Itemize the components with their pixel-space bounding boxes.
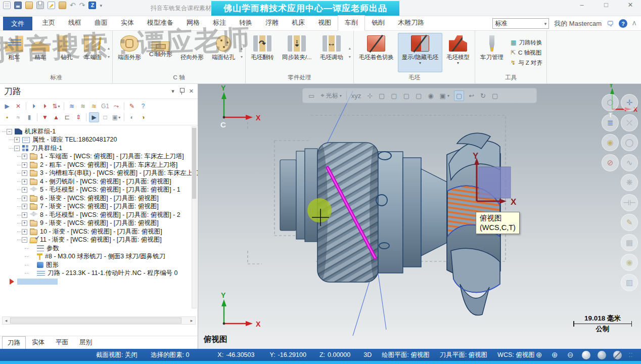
expand-icon[interactable]: + [22,204,27,209]
collapse-icon[interactable]: − [22,237,27,243]
toggle-toolpath-icon[interactable]: ≈ [13,112,23,122]
tab-ribbon-5[interactable]: 模型准备 [141,16,180,30]
mesh-cube-icon[interactable]: ▦ [621,234,638,251]
edit-icon[interactable] [48,2,55,9]
z-coordinate[interactable]: Z:0.00000 [319,351,350,358]
help-icon[interactable]: ? [138,101,148,111]
ribbon-button-毛坯模型[interactable]: 毛坯模型▾ [442,33,474,72]
expand-icon[interactable]: + [22,154,27,159]
tab-ribbon-13[interactable]: 铣削 [365,16,391,30]
clear-selection-icon[interactable]: ↻ [479,91,487,101]
ribbon-button-径向外形[interactable]: 径向外形 [176,33,208,72]
tree-row[interactable]: 图形 [2,261,198,269]
tree-row[interactable]: +1 - 车端面 - [WCS: 俯视图] - [刀具面: 车床左上刀塔] [2,153,198,161]
time-icon[interactable]: ◐ [127,112,137,122]
x-coordinate[interactable]: X:-46.30503 [217,351,254,358]
tree-horizontal-scrollbar[interactable]: ◂ ▸ [2,316,196,325]
insert-arrow-icon[interactable]: ⊏ [62,112,72,122]
expand-icon[interactable]: + [14,137,20,143]
gview-wcs-icon[interactable]: ⊕ [535,351,543,359]
sphere-tool-icon[interactable]: ◉ [602,134,619,151]
tab-ribbon-9[interactable]: 浮雕 [259,16,285,30]
print-icon[interactable] [36,2,44,9]
select-window-icon[interactable]: ▢ [389,91,398,101]
tree-row[interactable]: #8 - M3.00 球形铣刀 - 侧面3 球刀/圆鼻铣刀 [2,253,198,261]
tab-ribbon-4[interactable]: 实体 [114,16,141,30]
brush-icon[interactable]: ✎ [621,214,638,231]
maximize-button[interactable]: □ [600,1,613,9]
notes-icon[interactable] [59,2,66,9]
expand-icon[interactable]: + [22,196,27,201]
section-view-status[interactable]: 截面视图: 关闭 [96,351,138,359]
feed-icon[interactable]: ⤳ [111,101,121,111]
tree-row[interactable]: +8 - 毛坯模型 - [WCS: 俯视图] - [刀具面: 俯视图] - 2 [2,211,198,219]
regen-dirty-icon[interactable]: ⏵ [40,101,50,111]
group-scroll-arrows[interactable]: ▴▾ [347,33,352,72]
shading-on-icon[interactable] [582,351,590,359]
expand-icon[interactable]: + [22,212,27,218]
new-file-icon[interactable] [3,2,11,9]
tab-ribbon-6[interactable]: 网格 [180,16,206,30]
cursor-select-icon[interactable]: ⌖光标▾ [319,90,343,101]
help-icon[interactable]: ? [619,19,627,28]
scroll-right-icon[interactable]: ▸ [188,318,195,323]
ribbon-button-端面外形[interactable]: 端面外形 [114,33,145,72]
flower-icon[interactable]: ❋ [621,174,638,191]
tree-row[interactable]: −刀具群组-1 [2,144,198,153]
gview-cplane-icon[interactable]: ⊕ [551,351,559,359]
blob-icon[interactable]: ◉ [621,254,638,271]
model-canvas[interactable]: Y X Y X C [198,84,641,349]
save-icon[interactable] [14,2,22,9]
tab-ribbon-3[interactable]: 曲面 [88,16,114,30]
shading-off-icon[interactable] [613,351,622,359]
expand-icon[interactable]: + [22,170,27,176]
lock-icon[interactable]: ▪ [2,112,12,122]
ribbon-button-精车[interactable]: 精车 [27,33,54,72]
spline-icon[interactable]: ∿ [621,154,638,171]
redo-icon[interactable]: ↷ [79,2,85,9]
insert-marker-row[interactable] [2,278,198,286]
tplane-status[interactable]: 刀具平面: 俯视图 [440,351,487,359]
group-scroll-arrows[interactable]: ▴▾ [106,33,111,72]
collapse-icon[interactable]: − [14,146,20,151]
style-combobox[interactable]: 标准 ▾ [492,18,549,29]
expand-icon[interactable]: + [22,179,27,185]
g1-post-icon[interactable]: G1 [100,101,110,111]
single-select-icon[interactable]: ▶ [89,112,99,122]
panel-dropdown-icon[interactable]: ▾ [171,88,174,95]
chart-icon[interactable]: ▥ [621,274,638,291]
ribbon-button-同步装夹/...[interactable]: ⇣同步装夹/... [278,33,316,72]
collapse-icon[interactable]: − [7,129,12,134]
panel-tab-平面[interactable]: 平面 [51,336,73,349]
move-down-icon[interactable]: ▼ [40,112,50,122]
clamp-icon[interactable]: ⊣⊢ [621,194,638,211]
verify-icon[interactable]: ≋ [78,101,88,111]
expand-icon[interactable]: + [22,187,27,193]
tree-row[interactable]: 参数 [2,244,198,253]
open-file-icon[interactable] [25,2,33,9]
ribbon-button-毛坯着色切换[interactable]: 毛坯着色切换 [355,33,398,72]
tree-row[interactable]: +3 - 沟槽粗车(串联) - [WCS: 俯视图] - [刀具面: 车床左上刀 [2,169,198,178]
window-select-icon[interactable]: □ [100,112,110,122]
tree-row[interactable]: +2 - 粗车 - [WCS: 俯视图] - [刀具面: 车床左上刀塔] [2,161,198,169]
tab-ribbon-10[interactable]: 机床 [285,16,311,30]
tree-row[interactable]: +6 - 渐变 - [WCS: 俯视图] - [刀具面: 俯视图] [2,194,198,203]
backplot-icon[interactable]: ≋ [67,101,77,111]
display-options-icon[interactable]: ▣▾ [111,112,121,122]
collapse-ribbon-icon[interactable]: ᐱ [632,21,636,26]
move-up-icon[interactable]: ▲ [51,112,61,122]
simulate-icon[interactable]: ≋ [89,101,99,111]
ribbon-button-端面钻孔[interactable]: 端面钻孔 [208,33,239,72]
ribbon-link-与 Z 对齐[interactable]: ↯与 Z 对齐 [511,59,542,67]
pan-icon[interactable]: ✛ [621,94,638,111]
tab-ribbon-14[interactable]: 木雕刀路 [391,16,431,30]
tab-ribbon-7[interactable]: 标注 [206,16,233,30]
expand-icon[interactable]: + [22,220,27,226]
layers-stack-icon[interactable]: ≣ [602,114,619,131]
select-solid-icon[interactable]: ◉ [426,91,435,101]
panel-tab-层别[interactable]: 层别 [74,336,97,349]
gview-cube-icon[interactable]: ⬡ [602,94,619,111]
xyz-entry-icon[interactable]: xyz [350,91,363,101]
my-mastercam-link[interactable]: 我的 Mastercam [554,19,602,28]
group-scroll-arrows[interactable]: ▴▾ [239,33,244,72]
